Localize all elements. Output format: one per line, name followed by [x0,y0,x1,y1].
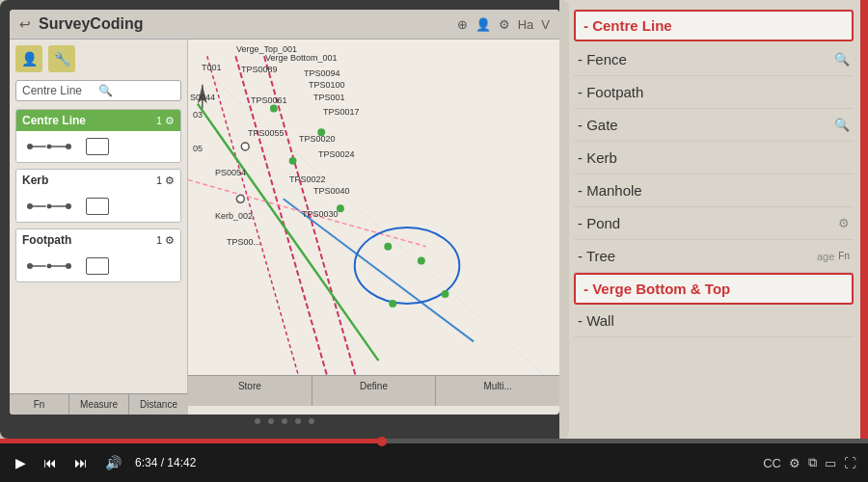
video-content: ↩ SurveyCoding ⊕ 👤 ⚙ Ha V 👤 [0,0,868,439]
overlay-item-fence[interactable]: - Fence 🔍 [574,43,854,76]
device-screen: ↩ SurveyCoding ⊕ 👤 ⚙ Ha V 👤 [10,10,559,415]
code-item-kerb[interactable]: Kerb 1 ⚙ [15,169,181,223]
map-label-tps0100: TPS0100 [309,80,345,90]
device-frame: ↩ SurveyCoding ⊕ 👤 ⚙ Ha V 👤 [0,0,569,439]
distance-btn[interactable]: Distance [129,394,188,415]
code-count-footpath: 1 ⚙ [156,234,175,247]
tool-panel-icon[interactable]: 🔧 [48,45,75,72]
overlay-item-kerb[interactable]: - Kerb [574,142,854,174]
right-controls: CC ⚙ ⧉ ▭ ⛶ [763,455,856,470]
screen-header: ↩ SurveyCoding ⊕ 👤 ⚙ Ha V [10,10,559,40]
map-label-kerb-002: Kerb_002 [215,211,253,221]
fullscreen-button[interactable]: ⛶ [844,456,856,470]
skip-prev-button[interactable]: ⏮ [40,453,61,472]
screen-body: 👤 🔧 Centre Line 🔍 Centre Line [10,40,559,406]
overlay-item-tree[interactable]: - Tree age Fn [574,240,854,273]
map-label-tps0094: TPS0094 [304,68,340,78]
code-item-centre-line[interactable]: Centre Line 1 ⚙ [15,109,181,163]
play-button[interactable]: ▶ [12,453,30,472]
map-label-tps0055: TPS0055 [248,128,285,138]
define-btn[interactable]: Define [312,376,437,406]
overlay-label-wall: - Wall [578,312,614,329]
bottom-toolbar: Fn Measure Distance [10,393,188,415]
right-overlay: - Centre Line - Fence 🔍 - Footpath - Gat… [559,0,868,439]
overlay-label-verge-bottom: - Verge Bottom & Top [583,281,730,297]
volume-button[interactable]: 🔊 [101,453,125,472]
dot-2 [268,418,274,424]
code-label-centre-line: Centre Line [22,114,86,127]
rect-icon-footpath [86,257,109,275]
video-container: ↩ SurveyCoding ⊕ 👤 ⚙ Ha V 👤 [0,0,868,482]
map-bottom-toolbar: Store Define Multi... [188,375,559,406]
back-arrow-icon[interactable]: ↩ [19,16,31,32]
overlay-label-pond: - Pond [578,215,620,231]
code-item-header-green: Centre Line 1 ⚙ [16,110,180,131]
captions-button[interactable]: CC [763,456,781,470]
pond-icon: ⚙ [838,216,850,230]
code-item-header-kerb: Kerb 1 ⚙ [16,170,180,191]
store-btn[interactable]: Store [188,376,312,406]
miniplayer-button[interactable]: ⧉ [808,455,817,470]
gate-icon: 🔍 [834,118,850,132]
multi-btn[interactable]: Multi... [436,376,559,406]
controls-row: ▶ ⏮ ⏭ 🔊 6:34 / 14:42 CC ⚙ ⧉ ▭ ⛶ [0,443,868,482]
code-item-footpath[interactable]: Footpath 1 ⚙ [15,228,181,282]
search-bar[interactable]: Centre Line 🔍 [15,80,181,101]
map-label-tps00: TPS00... [227,237,260,247]
code-item-body-footpath [16,251,180,281]
settings-button[interactable]: ⚙ [789,456,800,470]
code-item-body-kerb [16,191,180,222]
rect-icon-centre-line [86,138,109,155]
skip-next-button[interactable]: ⏭ [70,453,92,472]
header-icons: ⊕ 👤 ⚙ Ha V [457,17,550,32]
overlay-label-kerb: - Kerb [578,149,617,166]
fn-label: Fn [838,251,850,261]
measure-btn[interactable]: Measure [69,394,129,415]
overlay-label-centre-line: - Centre Line [583,17,672,34]
fn-btn[interactable]: Fn [10,394,69,415]
screen-title: SurveyCoding [39,15,143,33]
map-label-s0044: S0044 [190,93,215,102]
footpath-settings-icon: ⚙ [165,234,175,247]
overlay-label-manhole: - Manhole [578,182,642,199]
overlay-item-footpath[interactable]: - Footpath [574,76,854,109]
map-area: Verge_Top_001 Verge Bottom_001 T001 TPS0… [188,40,559,406]
overlay-item-manhole[interactable]: - Manhole [574,174,854,207]
theater-button[interactable]: ▭ [825,456,836,470]
overlay-item-verge-bottom[interactable]: - Verge Bottom & Top [574,273,854,305]
map-label-tps0089: TPS0089 [241,65,278,74]
target-icon[interactable]: ⊕ [457,17,468,32]
search-icon[interactable]: 🔍 [98,84,175,97]
overlay-item-pond[interactable]: - Pond ⚙ [574,207,854,240]
overlay-item-centre-line[interactable]: - Centre Line [574,10,854,41]
map-label-05: 05 [193,144,203,153]
left-panel: 👤 🔧 Centre Line 🔍 Centre Line [10,40,188,406]
device-dots [10,415,559,428]
person-panel-icon[interactable]: 👤 [15,45,42,72]
person-icon[interactable]: 👤 [475,17,491,32]
map-label-tps001: TPS001 [313,93,345,102]
code-label-kerb: Kerb [22,174,48,187]
video-controls: ▶ ⏮ ⏭ 🔊 6:34 / 14:42 CC ⚙ ⧉ ▭ ⛶ [0,439,868,482]
line-icon-centre-line [22,137,80,156]
kerb-settings-icon: ⚙ [165,174,175,187]
dot-5 [309,418,314,424]
map-label-tps0040: TPS0040 [313,186,350,196]
line-icon-kerb [22,197,80,216]
overlay-label-footpath: - Footpath [578,84,643,100]
overlay-label-gate: - Gate [578,117,618,133]
red-accent-bar [860,0,868,439]
overlay-label-tree: - Tree [578,248,615,264]
map-labels: Verge_Top_001 Verge Bottom_001 T001 TPS0… [188,40,559,406]
overlay-item-wall[interactable]: - Wall [574,305,854,337]
map-label-tps0022: TPS0022 [289,174,326,184]
settings-icon[interactable]: ⚙ [499,17,510,32]
dot-1 [255,418,260,424]
tree-sub-label: age [817,251,834,262]
line-icon-footpath [22,256,80,276]
code-item-header-footpath: Footpath 1 ⚙ [16,229,180,251]
time-display: 6:34 / 14:42 [135,456,196,469]
code-count-centre-line: 1 ⚙ [156,115,175,127]
overlay-item-gate[interactable]: - Gate 🔍 [574,109,854,142]
map-label-ps0054: PS0054 [215,168,246,177]
